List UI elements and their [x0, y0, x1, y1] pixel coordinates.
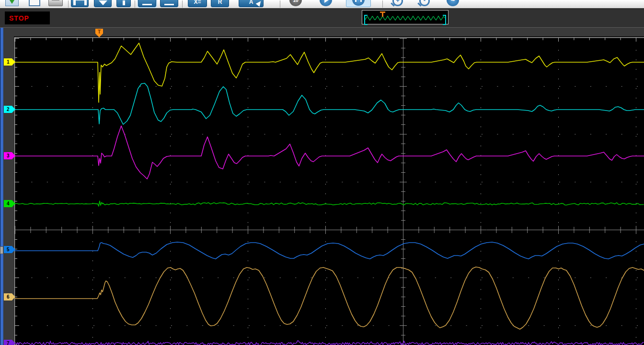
layout-split-button[interactable]	[160, 0, 178, 7]
pause-icon	[352, 0, 365, 6]
zoom-out-icon: -	[419, 0, 430, 6]
zoom-out-button[interactable]: -	[414, 0, 435, 7]
waveform-plot-canvas[interactable]	[14, 36, 644, 345]
toolbar: X=RA10+-~	[0, 0, 644, 9]
wave-icon: ~	[447, 0, 459, 6]
open-waveform-icon	[5, 0, 19, 6]
pillars-icon	[73, 0, 87, 5]
ten-icon: 10	[289, 0, 302, 6]
separator-5	[382, 0, 383, 8]
decade-button[interactable]: 10	[286, 0, 306, 7]
separator-4	[280, 0, 280, 8]
overview-right-bracket-icon[interactable]	[443, 15, 446, 25]
save-button[interactable]	[26, 0, 43, 7]
reference-button[interactable]: R	[211, 0, 229, 7]
auto-scroll-button[interactable]: ~	[442, 0, 464, 7]
separator-1	[68, 0, 69, 8]
overview-left-bracket-icon[interactable]	[364, 15, 368, 25]
layout-icon	[164, 0, 174, 5]
zoom-in-icon: +	[392, 0, 403, 6]
run-button[interactable]	[315, 0, 336, 7]
play-icon	[320, 0, 332, 6]
pillar-icon	[123, 0, 125, 5]
math-channel-button[interactable]: X=	[188, 0, 207, 7]
cursor-arrow-icon	[256, 0, 263, 7]
control-bar: STOP	[0, 8, 644, 27]
print-button[interactable]	[46, 0, 65, 7]
play-triangle	[324, 0, 329, 3]
open-waveform-button[interactable]	[2, 0, 22, 7]
print-icon	[48, 0, 63, 6]
overview-trigger-icon[interactable]	[380, 11, 385, 17]
layout-overlay-button[interactable]	[138, 0, 156, 7]
stop-button[interactable]: STOP	[5, 11, 50, 24]
trigger-overview-wave	[362, 11, 448, 24]
separator-2	[135, 0, 135, 8]
green-arrow-icon	[8, 0, 16, 4]
pause-bars	[355, 0, 362, 2]
down-chevron-icon	[99, 0, 107, 5]
zoom-in-button[interactable]: +	[387, 0, 408, 7]
vertical-setup-button[interactable]	[94, 0, 112, 7]
cursor-button[interactable]: A	[239, 0, 264, 7]
printer-paper	[52, 0, 59, 0]
oscilloscope-window: X=RA10+-~ STOP T 1234567	[0, 0, 644, 345]
trigger-setup-button[interactable]	[116, 0, 131, 7]
scope-display-area[interactable]: T 1234567	[0, 27, 644, 345]
overview-trigger-stem	[382, 12, 383, 17]
trigger-overview[interactable]	[362, 10, 448, 24]
splitter-grip[interactable]	[0, 246, 3, 254]
pause-button[interactable]	[346, 0, 371, 7]
layout-icon	[142, 0, 152, 5]
separator-3	[182, 0, 183, 8]
save-icon	[29, 0, 40, 6]
window-left-edge	[0, 28, 3, 345]
horizontal-setup-button[interactable]	[71, 0, 89, 7]
